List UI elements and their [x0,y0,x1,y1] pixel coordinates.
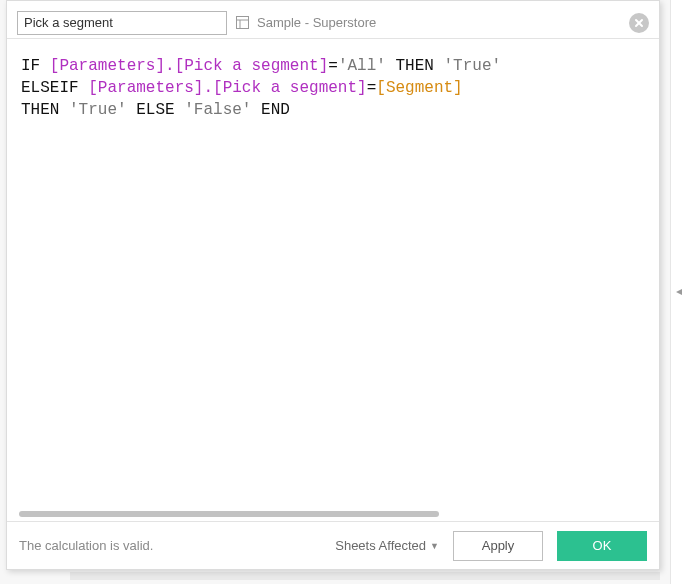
bottom-shadow [70,572,660,580]
svg-rect-0 [236,17,248,29]
dialog-footer: The calculation is valid. Sheets Affecte… [7,521,659,569]
calc-name-input[interactable] [17,11,227,35]
apply-button[interactable]: Apply [453,531,543,561]
close-button[interactable] [629,13,649,33]
ok-button[interactable]: OK [557,531,647,561]
formula-line: THEN 'True' ELSE 'False' END [21,99,649,121]
calculated-field-dialog: Sample - Superstore IF [Parameters].[Pic… [6,0,660,570]
formula-line: IF [Parameters].[Pick a segment]='All' T… [21,55,649,77]
formula-line: ELSEIF [Parameters].[Pick a segment]=[Se… [21,77,649,99]
sheets-affected-label: Sheets Affected [335,538,426,553]
caret-down-icon: ▼ [430,541,439,551]
datasource-icon [235,16,249,30]
validation-status: The calculation is valid. [19,538,321,553]
app-frame: ◂ Sample - Superstore IF [Parameters]. [0,0,686,584]
dialog-header: Sample - Superstore [7,1,659,39]
horizontal-scrollbar[interactable] [19,511,439,517]
formula-editor[interactable]: IF [Parameters].[Pick a segment]='All' T… [7,39,659,521]
sheets-affected-dropdown[interactable]: Sheets Affected ▼ [335,538,439,553]
collapse-right-toggle[interactable]: ◂ [672,280,686,302]
datasource-label: Sample - Superstore [257,15,621,30]
